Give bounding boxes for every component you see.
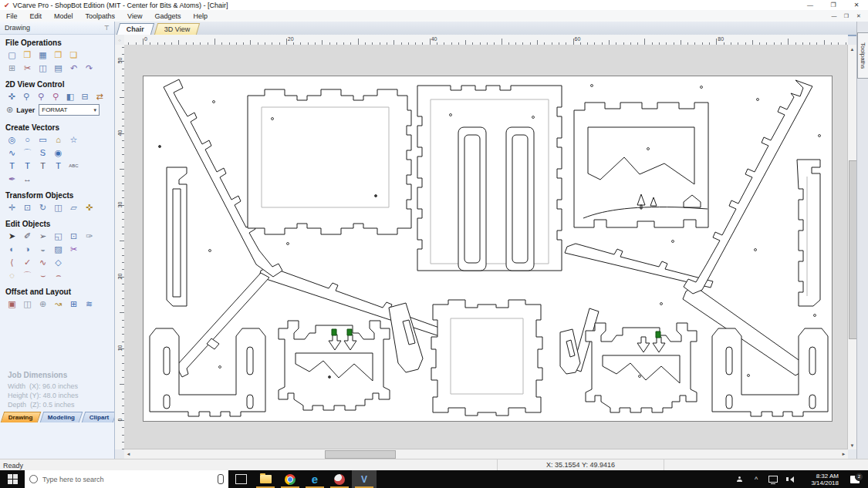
task-view-button[interactable] xyxy=(228,470,253,488)
menu-item-file[interactable]: File xyxy=(0,12,24,20)
text-on-curve-icon[interactable]: T xyxy=(52,160,64,171)
zoom-selected-icon[interactable]: ⚲ xyxy=(50,91,61,102)
pan-icon[interactable]: ✜ xyxy=(6,91,17,102)
minimize-button[interactable]: — xyxy=(799,2,822,8)
export-icon[interactable]: ❏ xyxy=(68,49,79,60)
interactive-edit-icon[interactable]: ➢ xyxy=(37,231,49,241)
menu-item-gadgets[interactable]: Gadgets xyxy=(148,12,187,20)
undo-icon[interactable]: ↶ xyxy=(68,62,79,73)
circular-copy-icon[interactable]: ⊕ xyxy=(37,298,49,309)
draw-star-icon[interactable]: ☆ xyxy=(68,134,79,145)
join-vectors-icon[interactable]: ⟨ xyxy=(6,257,18,268)
zoom-icon[interactable]: ⚲ xyxy=(21,91,32,102)
calliper-icon[interactable]: ✑ xyxy=(83,231,95,241)
select-tool-icon[interactable]: ➤ xyxy=(6,231,18,241)
scroll-right-arrow[interactable]: ► xyxy=(839,449,848,458)
microphone-icon[interactable] xyxy=(218,474,224,484)
draw-spiral-icon[interactable]: ◉ xyxy=(52,147,64,158)
hatch-icon[interactable]: ▨ xyxy=(52,244,64,254)
app-button[interactable] xyxy=(327,470,352,488)
array-copy-icon[interactable]: ◫ xyxy=(22,298,33,309)
redo-icon[interactable]: ↷ xyxy=(83,62,95,73)
mdi-restore-button[interactable]: ❐ xyxy=(840,13,853,19)
people-button[interactable] xyxy=(731,476,748,482)
fit-curves-icon[interactable]: ✓ xyxy=(22,257,33,268)
text-select-icon[interactable]: T xyxy=(37,160,49,171)
trim-icon[interactable]: ✂ xyxy=(68,244,79,254)
zoom-window-icon[interactable]: ⚲ xyxy=(35,91,46,102)
draw-text-icon[interactable]: T xyxy=(6,160,18,171)
draw-circle-icon[interactable]: ◎ xyxy=(6,134,18,145)
set-size-icon[interactable]: ⊡ xyxy=(22,202,33,213)
text-spacing-icon[interactable]: ABC xyxy=(68,160,79,171)
clock[interactable]: 8:32 AM 3/14/2018 xyxy=(799,473,842,486)
draw-arc-icon[interactable]: ⌒ xyxy=(22,147,33,158)
align-icon[interactable]: ✜ xyxy=(83,202,95,213)
save-file-icon[interactable]: ▦ xyxy=(37,49,49,60)
smooth-icon[interactable]: ∿ xyxy=(37,257,49,268)
copy-along-icon[interactable]: ↝ xyxy=(52,298,64,309)
layer-select[interactable]: FORMAT▼ xyxy=(39,104,100,116)
copy-icon[interactable]: ◫ xyxy=(37,62,49,73)
measure-icon[interactable]: ◱ xyxy=(52,231,64,241)
pin-icon[interactable]: ⊤ xyxy=(104,25,110,32)
view-prev-icon[interactable]: ◧ xyxy=(65,91,76,102)
search-input[interactable]: Type here to search xyxy=(25,470,228,488)
menu-item-toolpaths[interactable]: Toolpaths xyxy=(79,12,122,20)
open-file-icon[interactable]: ❒ xyxy=(22,49,33,60)
scroll-left-arrow[interactable]: ◄ xyxy=(124,449,133,458)
volume-button[interactable] xyxy=(782,476,799,483)
drawing-canvas[interactable] xyxy=(124,45,848,449)
tab-chair[interactable]: Chair xyxy=(117,23,154,35)
vcarve-taskbar-button[interactable]: V xyxy=(352,470,377,488)
menu-item-model[interactable]: Model xyxy=(48,12,79,20)
toolpaths-tab[interactable]: Toolpaths xyxy=(857,32,868,79)
scroll-up-arrow[interactable]: ▲ xyxy=(848,45,856,53)
cut-icon[interactable]: ✂ xyxy=(22,62,33,73)
start-button[interactable] xyxy=(0,470,25,488)
draw-rectangle-icon[interactable]: ▭ xyxy=(37,134,49,145)
distort-icon[interactable]: ▱ xyxy=(68,202,79,213)
show-hidden-icons-button[interactable]: ^ xyxy=(748,476,765,483)
draw-curve-icon[interactable]: S xyxy=(37,147,49,158)
view-all-icon[interactable]: ⊟ xyxy=(79,91,90,102)
nesting-icon[interactable]: ≋ xyxy=(83,298,95,309)
offset-icon[interactable]: ▣ xyxy=(6,298,18,309)
text-box-icon[interactable]: T xyxy=(22,160,33,171)
tab-drawing[interactable]: Drawing xyxy=(1,412,41,422)
close-vector-icon[interactable]: ◇ xyxy=(52,257,64,268)
mdi-minimize-button[interactable]: — xyxy=(828,13,840,19)
import-icon[interactable]: ❐ xyxy=(52,49,64,60)
edge-button[interactable]: e xyxy=(302,470,327,488)
arc-smooth-icon[interactable]: ⌣ xyxy=(37,270,49,281)
menu-item-view[interactable]: View xyxy=(121,12,148,20)
network-button[interactable] xyxy=(765,476,782,483)
file-explorer-button[interactable] xyxy=(253,470,278,488)
tab-clipart[interactable]: Clipart xyxy=(81,412,115,422)
arc-sharp-icon[interactable]: ⌢ xyxy=(52,270,64,281)
arc-edit-icon[interactable]: ⌒ xyxy=(22,270,33,281)
grid-copy-icon[interactable]: ⊞ xyxy=(68,298,79,309)
new-file-icon[interactable]: ▢ xyxy=(6,49,18,60)
chrome-button[interactable] xyxy=(278,470,302,488)
close-button[interactable]: ✕ xyxy=(845,2,868,8)
rotate-icon[interactable]: ↻ xyxy=(37,202,49,213)
job-setup-icon[interactable]: ⊞ xyxy=(6,62,18,73)
action-center-button[interactable]: 2 xyxy=(842,476,868,483)
horizontal-scrollbar[interactable]: ◄ ► xyxy=(124,449,848,459)
mdi-close-button[interactable]: ✕ xyxy=(853,13,865,19)
freehand-draw-icon[interactable]: ✒ xyxy=(6,173,18,184)
dimension-icon[interactable]: ↔ xyxy=(22,173,33,184)
menu-item-help[interactable]: Help xyxy=(187,12,214,20)
view-switch-icon[interactable]: ⇄ xyxy=(94,91,105,102)
job-sheet[interactable] xyxy=(143,76,833,422)
draw-ellipse-icon[interactable]: ○ xyxy=(22,134,33,145)
tab-modeling[interactable]: Modeling xyxy=(39,412,83,422)
tab-3d-view[interactable]: 3D View xyxy=(154,23,201,35)
mirror-icon[interactable]: ◫ xyxy=(52,202,64,213)
horizontal-scroll-thumb[interactable] xyxy=(325,450,396,459)
draw-polygon-icon[interactable]: ⌂ xyxy=(52,134,64,145)
paste-icon[interactable]: ▤ xyxy=(52,62,64,73)
scroll-down-arrow[interactable]: ▼ xyxy=(848,441,856,449)
subtract-icon[interactable]: ◑ xyxy=(22,244,33,254)
